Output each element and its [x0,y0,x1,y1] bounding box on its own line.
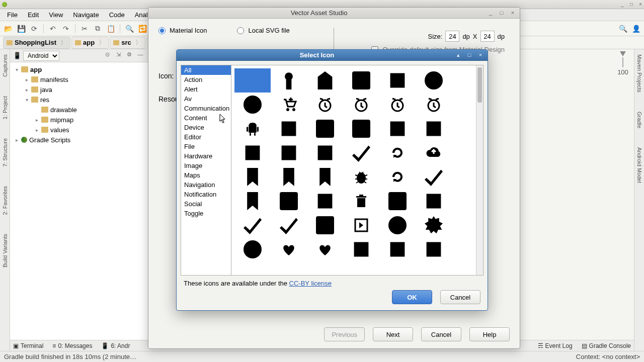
dialog-titlebar[interactable]: Select Icon ▴ □ × [177,50,488,61]
size-width-input[interactable] [445,31,459,42]
cancel-button[interactable]: Cancel [440,290,480,304]
dialog-minimize[interactable]: _ [487,10,495,17]
icon-account-circle[interactable] [416,68,452,93]
toolwin-captures[interactable]: Captures [2,52,8,79]
icon-assessment[interactable] [343,117,379,141]
icon-alarm[interactable] [307,93,343,117]
icon-bug-report[interactable] [343,165,379,189]
icon-aspect-ratio[interactable] [307,117,343,141]
save-button[interactable]: 💾 [15,23,27,35]
icon-accessibility[interactable] [271,68,307,93]
copy-button[interactable]: ⧉ [92,23,104,35]
category-social[interactable]: Social [181,199,231,209]
icon-assignment-late[interactable] [234,141,271,165]
next-button[interactable]: Next [373,327,413,341]
icon-exit-to-app[interactable] [343,213,379,237]
menu-navigate[interactable]: Navigate [68,10,104,20]
icon-cached[interactable] [379,165,416,189]
category-editor[interactable]: Editor [181,132,231,142]
icon-assignment-returned[interactable] [307,141,343,165]
paste-button[interactable]: 📋 [105,23,117,35]
tab-eventlog[interactable]: ☴ Event Log [538,342,573,349]
icon-account-balance-wallet[interactable] [343,68,379,93]
category-notification[interactable]: Notification [181,190,231,199]
dialog-maximize[interactable]: □ [498,10,506,17]
icon-done-all[interactable] [271,213,307,237]
icon-credit-card[interactable] [271,189,307,213]
category-image[interactable]: Image [181,161,231,170]
redo-button[interactable]: ↷ [60,23,72,35]
crumb-src[interactable]: src〉 [110,37,145,49]
icon-book[interactable] [234,165,271,189]
crumb-project[interactable]: ShoppingList〉 [3,37,70,49]
icon-delete[interactable] [343,189,379,213]
category-device[interactable]: Device [181,123,231,132]
icon-bookmark[interactable] [271,165,307,189]
tree-manifests[interactable]: ▸manifests [10,74,148,84]
size-height-input[interactable] [480,31,495,42]
tab-messages[interactable]: ≡ 0: Messages [52,342,92,349]
icon-android[interactable] [234,117,271,141]
scrollbar[interactable] [476,65,483,275]
tab-android[interactable]: 📱 6: Andr [101,342,130,349]
tree-gradle-scripts[interactable]: ▸Gradle Scripts [10,135,148,145]
dialog-close[interactable]: × [509,10,517,17]
menu-view[interactable]: View [44,10,68,20]
project-tree[interactable]: ▾app ▸manifests ▸java ▾res drawable ▸mip… [10,62,148,351]
cancel-button[interactable]: Cancel [421,327,461,341]
icon-explore[interactable] [379,213,416,237]
menu-edit[interactable]: Edit [23,10,44,20]
icon-backup[interactable] [416,141,452,165]
icon-event[interactable] [307,213,343,237]
find-button[interactable]: 🔍 [123,23,135,35]
radio-material-input[interactable] [158,27,166,34]
category-navigation[interactable]: Navigation [181,180,231,190]
icon-alarm-add[interactable] [343,93,379,117]
toolwin-maven[interactable]: Maven Projects [636,52,642,95]
tree-mipmap[interactable]: ▸mipmap [10,115,148,125]
category-action[interactable]: Action [181,75,231,84]
icon-face[interactable] [234,237,271,261]
help-button[interactable]: Help [469,327,510,341]
icon-check-circle[interactable] [416,165,452,189]
icon-extension[interactable] [416,213,452,237]
menu-code[interactable]: Code [104,10,130,20]
tree-app[interactable]: ▾app [10,64,148,74]
menu-file[interactable]: File [2,10,23,20]
category-maps[interactable]: Maps [181,170,231,180]
icon-assignment-turned-in[interactable] [343,141,379,165]
tree-drawable[interactable]: drawable [10,105,148,115]
collapse-all[interactable]: ⇲ [114,51,123,60]
icon-description[interactable] [379,189,416,213]
category-file[interactable]: File [181,142,231,151]
tree-java[interactable]: ▸java [10,84,148,95]
icon-account-balance[interactable] [307,68,343,93]
icon-assignment[interactable] [379,117,416,141]
toolwin-project[interactable]: 1: Project [2,94,8,121]
toolwin-favorites[interactable]: 2: Favorites [2,184,8,217]
toolwin-structure[interactable]: 7: Structure [2,136,8,169]
scrollbar-thumb[interactable] [477,67,482,103]
icon-alarm-on[interactable] [416,93,452,117]
category-hardware[interactable]: Hardware [181,151,231,161]
dialog-close[interactable]: × [476,52,485,59]
icon-find-in-page[interactable] [343,237,379,261]
profile-button[interactable]: 👤 [630,23,642,35]
crumb-app[interactable]: app〉 [71,37,109,49]
settings-icon[interactable]: ⚙ [125,51,134,60]
icon-autorenew[interactable] [379,141,416,165]
icon-find-replace[interactable] [379,237,416,261]
tree-res[interactable]: ▾res [10,95,148,105]
category-toggle[interactable]: Toggle [181,209,231,218]
icon-3d-rotation[interactable]: 3D [234,68,271,93]
radio-svg-input[interactable] [237,27,244,34]
slider-handle-icon[interactable] [620,51,626,56]
icon-done[interactable] [234,213,271,237]
window-minimize[interactable]: _ [619,2,626,8]
tab-terminal[interactable]: ▣ Terminal [13,342,43,349]
opacity-slider[interactable]: 100 [614,51,632,81]
icon-account-box[interactable] [379,68,416,93]
tab-gradleconsole[interactable]: ▤ Gradle Console [582,342,631,349]
category-list[interactable]: AllActionAlertAvCommunicationContentDevi… [181,65,231,275]
sync-button[interactable]: ⟳ [28,23,40,35]
